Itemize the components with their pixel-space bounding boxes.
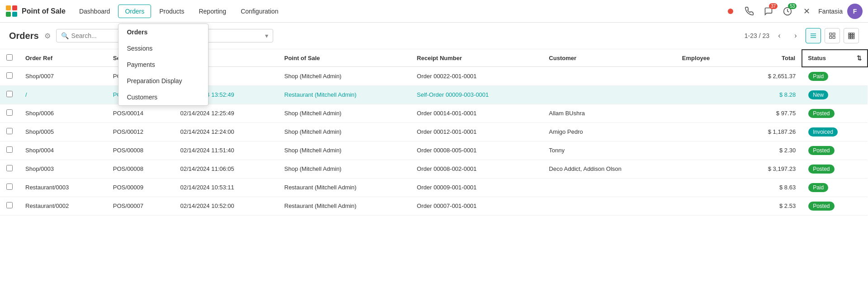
grid-view-button[interactable] xyxy=(844,28,859,43)
order-ref-cell[interactable]: / xyxy=(19,85,107,104)
employee-cell xyxy=(676,85,739,104)
receipt-cell: Order 00014-001-0001 xyxy=(411,104,543,122)
date-cell: 02/14/2024 12:24:00 xyxy=(174,122,278,141)
order-ref-cell: Restaurant/0003 xyxy=(19,178,107,197)
dropdown-payments[interactable]: Payments xyxy=(119,56,208,73)
status-indicator[interactable] xyxy=(723,4,738,19)
orders-dropdown-menu: Orders Sessions Payments Preparation Dis… xyxy=(118,24,209,106)
messages-icon-btn[interactable]: 37 xyxy=(761,4,776,19)
employee-cell xyxy=(676,141,739,160)
svg-rect-18 xyxy=(849,37,850,38)
date-cell: 02/14/2024 12:25:49 xyxy=(174,104,278,122)
svg-rect-19 xyxy=(851,37,852,38)
order-ref-cell: Restaurant/0002 xyxy=(19,197,107,215)
order-ref-cell: Shop/0003 xyxy=(19,160,107,178)
row-select-checkbox[interactable] xyxy=(6,109,13,116)
customer-cell xyxy=(543,85,676,104)
row-checkbox[interactable] xyxy=(0,197,19,215)
receipt-cell[interactable]: Self-Order 00009-003-0001 xyxy=(411,85,543,104)
kanban-view-button[interactable] xyxy=(825,28,840,43)
top-navigation: Point of Sale Dashboard Orders Orders Se… xyxy=(0,0,868,23)
row-checkbox[interactable] xyxy=(0,104,19,122)
status-cell: Posted xyxy=(802,197,868,215)
dropdown-sessions[interactable]: Sessions xyxy=(119,40,208,56)
row-select-checkbox[interactable] xyxy=(6,183,13,190)
header-customer[interactable]: Customer xyxy=(543,50,676,67)
row-checkbox[interactable] xyxy=(0,178,19,197)
column-settings-icon[interactable]: ⇅ xyxy=(857,55,862,61)
nav-orders-dropdown[interactable]: Orders Orders Sessions Payments Preparat… xyxy=(118,5,151,18)
dropdown-orders[interactable]: Orders xyxy=(119,24,208,40)
row-select-checkbox[interactable] xyxy=(6,72,13,79)
employee-cell xyxy=(676,67,739,86)
header-employee[interactable]: Employee xyxy=(676,50,739,67)
total-cell: $ 97.75 xyxy=(739,104,802,122)
dropdown-customers[interactable]: Customers xyxy=(119,89,208,105)
svg-rect-16 xyxy=(851,35,852,37)
red-dot-icon xyxy=(728,9,733,14)
nav-products[interactable]: Products xyxy=(153,5,190,18)
employee-cell xyxy=(676,160,739,178)
employee-cell xyxy=(676,122,739,141)
row-select-checkbox[interactable] xyxy=(6,91,13,97)
avatar[interactable]: F xyxy=(847,4,863,19)
next-page-button[interactable]: › xyxy=(789,29,802,42)
status-badge: New xyxy=(808,90,828,99)
svg-rect-11 xyxy=(833,36,835,38)
row-select-checkbox[interactable] xyxy=(6,202,13,208)
svg-rect-8 xyxy=(830,33,832,35)
svg-rect-9 xyxy=(833,33,835,35)
row-checkbox[interactable] xyxy=(0,141,19,160)
row-checkbox[interactable] xyxy=(0,122,19,141)
prev-page-button[interactable]: ‹ xyxy=(773,29,786,42)
total-cell: $ 2.30 xyxy=(739,141,802,160)
search-dropdown-icon[interactable]: ▾ xyxy=(265,32,268,39)
nav-reporting[interactable]: Reporting xyxy=(192,5,232,18)
header-receipt[interactable]: Receipt Number xyxy=(411,50,543,67)
messages-badge: 37 xyxy=(769,3,778,9)
order-ref-cell: Shop/0006 xyxy=(19,104,107,122)
header-pos[interactable]: Point of Sale xyxy=(278,50,411,67)
pos-cell[interactable]: Restaurant (Mitchell Admin) xyxy=(278,85,411,104)
customer-cell xyxy=(543,178,676,197)
pos-cell: Restaurant (Mitchell Admin) xyxy=(278,197,411,215)
pos-cell: Shop (Mitchell Admin) xyxy=(278,67,411,86)
status-badge: Posted xyxy=(808,146,834,155)
activity-badge: 53 xyxy=(788,3,797,9)
phone-icon-btn[interactable] xyxy=(742,4,757,19)
svg-rect-2 xyxy=(6,12,11,17)
status-cell: Posted xyxy=(802,141,868,160)
status-cell: New xyxy=(802,85,868,104)
row-checkbox[interactable] xyxy=(0,160,19,178)
search-icon: 🔍 xyxy=(61,32,69,39)
row-select-checkbox[interactable] xyxy=(6,165,13,171)
session-cell: POS/00007 xyxy=(107,197,174,215)
table-row: Shop/0005 POS/00012 02/14/2024 12:24:00 … xyxy=(0,122,868,141)
table-row: Shop/0003 POS/00008 02/14/2024 11:06:05 … xyxy=(0,160,868,178)
receipt-cell: Order 00012-001-0001 xyxy=(411,122,543,141)
row-select-checkbox[interactable] xyxy=(6,146,13,153)
table-row: Restaurant/0002 POS/00007 02/14/2024 10:… xyxy=(0,197,868,215)
header-status[interactable]: Status ⇅ xyxy=(802,50,868,67)
pos-cell: Shop (Mitchell Admin) xyxy=(278,141,411,160)
nav-orders[interactable]: Orders xyxy=(118,5,151,18)
brand-logo[interactable]: Point of Sale xyxy=(5,5,66,18)
page-settings-icon[interactable]: ⚙ xyxy=(44,32,51,40)
nav-dashboard[interactable]: Dashboard xyxy=(73,5,117,18)
row-checkbox[interactable] xyxy=(0,85,19,104)
header-total[interactable]: Total xyxy=(739,50,802,67)
settings-wrench-btn[interactable]: ✕ xyxy=(799,4,814,19)
svg-rect-12 xyxy=(849,33,850,34)
date-cell: 02/14/2024 11:51:40 xyxy=(174,141,278,160)
row-checkbox[interactable] xyxy=(0,67,19,86)
row-select-checkbox[interactable] xyxy=(6,128,13,134)
dropdown-preparation-display[interactable]: Preparation Display xyxy=(119,73,208,89)
select-all-checkbox[interactable] xyxy=(6,54,13,61)
header-order-ref[interactable]: Order Ref xyxy=(19,50,107,67)
table-row: Restaurant/0003 POS/00009 02/14/2024 10:… xyxy=(0,178,868,197)
header-checkbox-col[interactable] xyxy=(0,50,19,67)
nav-configuration[interactable]: Configuration xyxy=(234,5,285,18)
activity-icon-btn[interactable]: 53 xyxy=(780,4,795,19)
view-controls: 1-23 / 23 ‹ › xyxy=(745,28,859,43)
list-view-button[interactable] xyxy=(806,28,821,43)
